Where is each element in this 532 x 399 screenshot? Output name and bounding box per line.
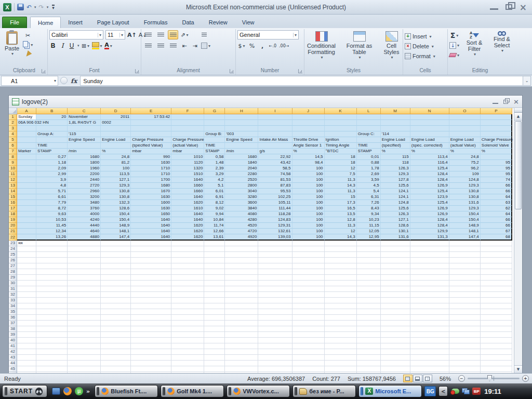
cell-A45[interactable] xyxy=(17,366,36,372)
cell-H11[interactable]: 2280 xyxy=(225,171,258,177)
cell-E31[interactable] xyxy=(131,286,171,292)
cell-M34[interactable] xyxy=(381,303,410,309)
row-header-17[interactable]: 17 xyxy=(9,206,17,211)
cell-A8[interactable] xyxy=(17,154,36,160)
cell-F24[interactable] xyxy=(171,246,204,252)
cell-K21[interactable]: 12 xyxy=(325,229,357,234)
cell-M33[interactable] xyxy=(381,298,410,303)
cell-E10[interactable]: 1710 xyxy=(131,166,171,171)
cell-K34[interactable] xyxy=(325,303,357,309)
cell-I6[interactable] xyxy=(258,143,292,149)
cell-D37[interactable] xyxy=(101,321,131,326)
cell-L27[interactable] xyxy=(357,263,381,269)
col-header-K[interactable]: K xyxy=(325,108,357,114)
cell-K37[interactable] xyxy=(325,321,357,326)
cell-D42[interactable] xyxy=(101,349,131,355)
cell-B4[interactable]: Group A: xyxy=(36,131,68,137)
row-header-13[interactable]: 13 xyxy=(9,183,17,189)
cell-B11[interactable]: 2,99 xyxy=(36,171,68,177)
cell-F38[interactable] xyxy=(171,326,204,332)
cell-E2[interactable] xyxy=(131,120,171,126)
cell-A9[interactable] xyxy=(17,160,36,166)
cell-J34[interactable] xyxy=(292,303,325,309)
cell-D7[interactable]: % xyxy=(101,149,131,154)
row-header-1[interactable]: 1 xyxy=(9,114,17,120)
cell-J18[interactable]: 100 xyxy=(292,211,325,217)
cell-I14[interactable]: 95,53 xyxy=(258,189,292,194)
cell-I16[interactable]: 105,11 xyxy=(258,200,292,206)
cell-I20[interactable]: 129,31 xyxy=(258,223,292,229)
cell-B18[interactable]: 9,63 xyxy=(36,211,68,217)
cell-L2[interactable] xyxy=(357,120,381,126)
cell-H44[interactable] xyxy=(225,361,258,366)
cell-B39[interactable] xyxy=(36,332,68,338)
cell-I28[interactable] xyxy=(258,269,292,275)
cell-M19[interactable]: 127,1 xyxy=(381,217,410,223)
cell-H17[interactable]: 3840 xyxy=(225,206,258,211)
cell-K4[interactable] xyxy=(325,131,357,137)
cell-H14[interactable]: 3040 xyxy=(225,189,258,194)
cell-O7[interactable]: % xyxy=(449,149,481,154)
cell-A1[interactable]: Sunday xyxy=(17,114,36,120)
col-header-C[interactable]: C xyxy=(68,108,101,114)
cell-G18[interactable]: 9,94 xyxy=(204,211,225,217)
zoom-in-button[interactable]: + xyxy=(522,375,529,382)
cell-O43[interactable] xyxy=(449,355,481,361)
cell-J19[interactable]: 100 xyxy=(292,217,325,223)
scroll-up-icon[interactable]: ▲ xyxy=(514,113,522,121)
cell-C32[interactable] xyxy=(68,292,101,298)
cell-H41[interactable] xyxy=(225,343,258,349)
cell-M16[interactable]: 124,8 xyxy=(381,200,410,206)
cell-J46[interactable] xyxy=(292,372,325,373)
cell-G28[interactable] xyxy=(204,269,225,275)
cell-E9[interactable]: 1630 xyxy=(131,160,171,166)
cell-B36[interactable] xyxy=(36,315,68,321)
cell-L44[interactable] xyxy=(357,361,381,366)
cell-N21[interactable]: 129,9 xyxy=(410,229,449,234)
font-color-button[interactable]: A xyxy=(104,42,113,50)
cell-N22[interactable]: 131,3 xyxy=(410,234,449,241)
cell-A13[interactable] xyxy=(17,183,36,189)
row-header-8[interactable]: 8 xyxy=(9,154,17,160)
cell-O23[interactable] xyxy=(449,241,481,246)
cell-H45[interactable] xyxy=(225,366,258,372)
cell-O24[interactable] xyxy=(449,246,481,252)
cell-H22[interactable]: 4920 xyxy=(225,234,258,241)
cell-B25[interactable] xyxy=(36,252,68,258)
italic-button[interactable]: I xyxy=(59,42,66,49)
cell-L1[interactable] xyxy=(357,114,381,120)
cell-E12[interactable]: 1700 xyxy=(131,177,171,183)
cell-O45[interactable] xyxy=(449,366,481,372)
cell-D33[interactable] xyxy=(101,298,131,303)
cell-G33[interactable] xyxy=(204,298,225,303)
cell-D24[interactable] xyxy=(101,246,131,252)
cell-D27[interactable] xyxy=(101,263,131,269)
cell-P18[interactable]: 64 xyxy=(481,211,512,217)
cell-I2[interactable] xyxy=(258,120,292,126)
cell-D13[interactable]: 129,3 xyxy=(101,183,131,189)
row-header-39[interactable]: 39 xyxy=(9,332,17,338)
cell-E44[interactable] xyxy=(131,361,171,366)
cell-H26[interactable] xyxy=(225,258,258,263)
cell-K45[interactable] xyxy=(325,366,357,372)
cell-O19[interactable]: 150,4 xyxy=(449,217,481,223)
cell-C9[interactable]: 1800 xyxy=(68,160,101,166)
cell-I30[interactable] xyxy=(258,281,292,286)
cell-B32[interactable] xyxy=(36,292,68,298)
row-header-44[interactable]: 44 xyxy=(9,361,17,366)
cell-O12[interactable]: 124,8 xyxy=(449,177,481,183)
cell-D35[interactable] xyxy=(101,309,131,315)
cell-E37[interactable] xyxy=(131,321,171,326)
cell-D11[interactable]: 113,5 xyxy=(101,171,131,177)
cell-K16[interactable]: 17,3 xyxy=(325,200,357,206)
cell-C39[interactable] xyxy=(68,332,101,338)
cell-J9[interactable]: 98,4 xyxy=(292,160,325,166)
cell-E14[interactable]: 1670 xyxy=(131,189,171,194)
cell-C19[interactable]: 4240 xyxy=(68,217,101,223)
cell-M8[interactable]: 115 xyxy=(381,154,410,160)
cell-B30[interactable] xyxy=(36,281,68,286)
cell-M28[interactable] xyxy=(381,269,410,275)
cell-H20[interactable]: 4520 xyxy=(225,223,258,229)
cell-N29[interactable] xyxy=(410,275,449,281)
cell-H5[interactable]: Engine Speed xyxy=(225,137,258,143)
